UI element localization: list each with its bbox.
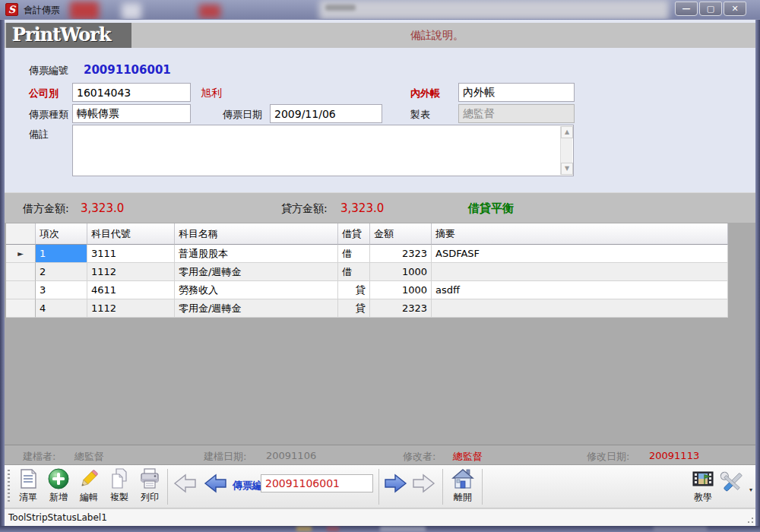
cell-amount[interactable]: 2323 xyxy=(370,245,432,263)
credit-total-value: 3,323.0 xyxy=(340,201,384,215)
cell-dc[interactable]: 貸 xyxy=(338,299,370,318)
tools-button[interactable] xyxy=(719,467,745,506)
column-header-code[interactable]: 科目代號 xyxy=(87,223,175,245)
edit-button-label: 編輯 xyxy=(74,491,103,504)
row-header-cell[interactable] xyxy=(6,281,36,299)
edit-button[interactable]: 編輯 xyxy=(74,467,103,506)
tutorial-icon xyxy=(692,467,714,490)
row-selector-arrow-icon[interactable]: ► xyxy=(6,245,36,263)
window-title: 會計傳票 xyxy=(24,4,60,17)
column-header-seq[interactable]: 項次 xyxy=(36,223,87,245)
debit-total-label: 借方金額: xyxy=(23,202,69,216)
print-icon xyxy=(138,467,161,490)
voucher-type-input[interactable] xyxy=(72,104,191,123)
column-header-name[interactable]: 科目名稱 xyxy=(175,223,338,245)
print-button-label: 列印 xyxy=(135,491,164,504)
cell-amount[interactable]: 1000 xyxy=(370,281,432,299)
voucher-no-label: 傳票編號 xyxy=(29,64,68,78)
cell-name[interactable]: 普通股股本 xyxy=(175,245,338,263)
cell-seq[interactable]: 4 xyxy=(36,299,87,318)
list-button-label: 清單 xyxy=(14,491,43,504)
scroll-up-icon[interactable]: ▲ xyxy=(561,126,573,138)
status-bar: ToolStripStatusLabel1 xyxy=(5,508,755,526)
dropdown-arrow-icon[interactable]: ▾ xyxy=(749,486,752,493)
cell-seq[interactable]: 2 xyxy=(36,263,87,281)
remark-textarea[interactable]: ▲ ▼ xyxy=(72,125,574,176)
summary-bar: 借方金額: 3,323.0 貸方金額: 3,323.0 借貸平衡 xyxy=(5,192,755,223)
cell-seq[interactable]: 3 xyxy=(36,281,87,299)
add-button[interactable]: 新增 xyxy=(44,467,73,506)
cell-dc[interactable]: 借 xyxy=(338,245,370,263)
nav-last-icon[interactable] xyxy=(411,473,435,494)
debit-total-value: 3,323.0 xyxy=(81,201,124,215)
voucher-type-label: 傳票種類 xyxy=(29,108,68,122)
column-header-memo[interactable]: 摘要 xyxy=(432,223,728,245)
nav-voucher-no-input[interactable] xyxy=(261,474,373,492)
cell-memo[interactable] xyxy=(432,263,728,281)
account-type-input[interactable] xyxy=(458,83,575,102)
app-window: S 會計傳票 — ▢ ✕ PrintWork 備註說明。 傳票編號 200911… xyxy=(0,0,760,532)
cell-code[interactable]: 1112 xyxy=(87,263,175,281)
cell-amount[interactable]: 2323 xyxy=(370,299,432,318)
account-type-label: 內外帳 xyxy=(410,87,440,100)
scroll-down-icon[interactable]: ▼ xyxy=(561,163,573,175)
toolbar-separator xyxy=(378,469,379,505)
cell-name[interactable]: 勞務收入 xyxy=(175,281,338,299)
minimize-button[interactable]: — xyxy=(675,2,698,16)
cell-memo[interactable]: asdff xyxy=(432,281,728,299)
cell-seq[interactable]: 1 xyxy=(36,245,87,263)
bottom-toolbar: 清單 新增 xyxy=(5,465,755,508)
remark-label: 備註 xyxy=(29,128,49,141)
exit-button[interactable]: 離開 xyxy=(448,467,477,506)
list-button[interactable]: 清單 xyxy=(14,467,43,506)
table-row[interactable]: ► 1 3111 普通股股本 借 2323 ASDFASF xyxy=(6,245,728,263)
create-date-label: 建檔日期: xyxy=(204,450,246,464)
tools-icon xyxy=(719,467,745,498)
cell-dc[interactable]: 借 xyxy=(338,263,370,281)
creator-value: 總監督 xyxy=(74,450,104,464)
row-header-cell[interactable] xyxy=(6,263,36,281)
tutorial-button[interactable]: 教學 xyxy=(689,467,717,506)
nav-prev-icon[interactable] xyxy=(204,473,228,494)
status-label: ToolStripStatusLabel1 xyxy=(8,512,107,523)
column-header-amount[interactable]: 金額 xyxy=(370,223,432,245)
cell-name[interactable]: 零用金/週轉金 xyxy=(175,263,338,281)
remark-scrollbar[interactable]: ▲ ▼ xyxy=(560,126,572,175)
grid-corner-cell[interactable] xyxy=(6,223,36,245)
cell-memo[interactable]: ASDFASF xyxy=(432,245,728,263)
company-name-text: 旭利 xyxy=(201,87,222,100)
nav-first-icon[interactable] xyxy=(173,473,198,494)
cell-code[interactable]: 3111 xyxy=(87,245,175,263)
creator-label: 建檔者: xyxy=(23,450,55,464)
edit-icon xyxy=(78,467,100,490)
close-button[interactable]: ✕ xyxy=(724,2,746,16)
print-button[interactable]: 列印 xyxy=(135,467,164,506)
table-row[interactable]: 4 1112 零用金/週轉金 貸 2323 xyxy=(6,299,728,318)
toolbar-grip[interactable] xyxy=(8,470,10,504)
header-banner: PrintWork 備註說明。 xyxy=(5,23,755,48)
preparer-label: 製表 xyxy=(410,108,430,122)
company-label: 公司別 xyxy=(29,87,59,100)
cell-code[interactable]: 1112 xyxy=(87,299,175,318)
cell-dc[interactable]: 貸 xyxy=(338,281,370,299)
background-blur-blob xyxy=(199,5,220,18)
cell-memo[interactable] xyxy=(432,299,728,318)
nav-next-icon[interactable] xyxy=(383,473,407,494)
company-input[interactable] xyxy=(72,83,191,102)
cell-name[interactable]: 零用金/週轉金 xyxy=(175,299,338,318)
list-icon xyxy=(17,467,40,490)
row-header-cell[interactable] xyxy=(6,299,36,318)
voucher-date-input[interactable] xyxy=(270,104,382,123)
resize-grip[interactable] xyxy=(745,515,754,524)
column-header-dc[interactable]: 借貸 xyxy=(338,223,370,245)
toolbar-separator xyxy=(482,469,483,505)
table-row[interactable]: 2 1112 零用金/週轉金 借 1000 xyxy=(6,263,728,281)
copy-button[interactable]: 複製 xyxy=(105,467,134,506)
table-row[interactable]: 3 4611 勞務收入 貸 1000 asdff xyxy=(6,281,728,299)
window-border-bottom xyxy=(0,526,760,532)
grid-header-row: 項次 科目代號 科目名稱 借貸 金額 摘要 xyxy=(6,223,728,245)
cell-code[interactable]: 4611 xyxy=(87,281,175,299)
cell-amount[interactable]: 1000 xyxy=(370,263,432,281)
maximize-button[interactable]: ▢ xyxy=(699,2,722,16)
credit-total-label: 貸方金額: xyxy=(281,202,328,216)
